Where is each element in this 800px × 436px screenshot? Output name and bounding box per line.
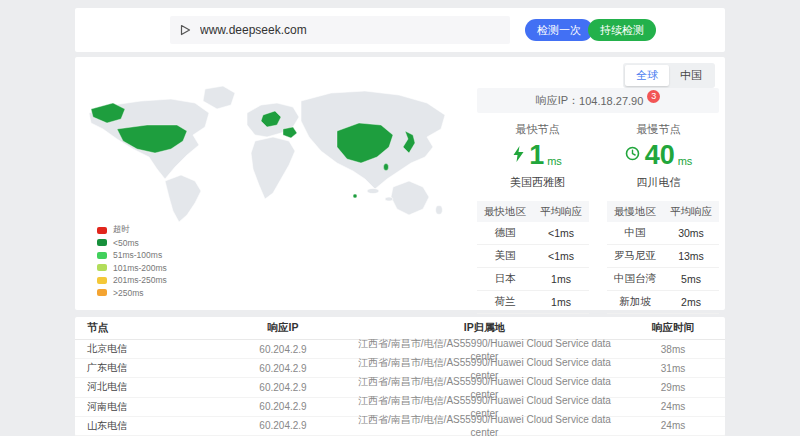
legend-swatch bbox=[97, 227, 107, 234]
legend-item: 超时 bbox=[97, 224, 167, 237]
legend-swatch bbox=[97, 264, 107, 271]
search-toolbar: 检测一次 持续检测 bbox=[75, 8, 725, 52]
response-ip-label: 响应IP： bbox=[536, 93, 579, 108]
legend-item: <50ms bbox=[97, 237, 167, 250]
map-singapore bbox=[353, 194, 357, 198]
fastest-regions-table: 最快地区 平均响应 德国 <1ms 美国 <1ms 日本 1ms 荷兰 1m bbox=[477, 201, 589, 314]
check-once-button[interactable]: 检测一次 bbox=[525, 19, 593, 41]
tab-china[interactable]: 中国 bbox=[669, 65, 713, 86]
clock-icon bbox=[625, 146, 640, 165]
play-triangle-icon bbox=[180, 24, 191, 36]
map-legend: 超时 <50ms 51ms-100ms 101ms-200ms 201ms-25… bbox=[97, 224, 167, 299]
map-taiwan bbox=[384, 164, 389, 171]
world-map bbox=[83, 83, 461, 225]
map-greenland bbox=[203, 86, 235, 109]
table-row: 德国 <1ms bbox=[477, 222, 589, 245]
table-row: 中国 30ms bbox=[607, 222, 719, 245]
slowest-value: 40 bbox=[645, 140, 675, 171]
slowest-location: 四川电信 bbox=[598, 175, 719, 190]
tab-global[interactable]: 全球 bbox=[625, 65, 669, 86]
table-row: 山东电信 60.204.2.9 江西省/南昌市/电信/AS55990/Huawe… bbox=[75, 417, 725, 436]
table-row: 荷兰 1ms bbox=[477, 291, 589, 314]
legend-swatch bbox=[97, 277, 107, 284]
table-row: 中国台湾 5ms bbox=[607, 268, 719, 291]
ip-count-badge[interactable]: 3 bbox=[647, 90, 660, 103]
table-row: 罗马尼亚 13ms bbox=[607, 245, 719, 268]
fastest-node-stat: 最快节点 1 ms 美国西雅图 bbox=[477, 122, 598, 190]
scope-tabs: 全球 中国 bbox=[623, 63, 715, 88]
map-romania bbox=[283, 127, 297, 138]
map-australia bbox=[391, 181, 429, 215]
lightning-icon bbox=[513, 146, 524, 166]
response-ip-value: 104.18.27.90 bbox=[579, 95, 643, 107]
fastest-location: 美国西雅图 bbox=[477, 175, 598, 190]
map-new-zealand bbox=[436, 206, 443, 215]
legend-swatch bbox=[97, 289, 107, 296]
node-stats: 最快节点 1 ms 美国西雅图 最慢节点 40 ms bbox=[477, 122, 719, 190]
slowest-regions-table: 最慢地区 平均响应 中国 30ms 罗马尼亚 13ms 中国台湾 5ms 新加坡 bbox=[607, 201, 719, 314]
world-map-svg bbox=[83, 83, 461, 225]
map-africa bbox=[251, 137, 295, 199]
stats-panel: 响应IP：104.18.27.903 最快节点 1 ms 美国西雅图 最慢节点 bbox=[477, 88, 719, 314]
slowest-node-stat: 最慢节点 40 ms 四川电信 bbox=[598, 122, 719, 190]
legend-item: >250ms bbox=[97, 287, 167, 300]
overview-card: 全球 中国 超时 bbox=[75, 57, 725, 310]
map-island-1 bbox=[367, 188, 379, 193]
url-input-box[interactable] bbox=[170, 16, 510, 44]
map-island-2 bbox=[385, 197, 393, 201]
continuous-check-button[interactable]: 持续检测 bbox=[588, 19, 656, 41]
legend-swatch bbox=[97, 239, 107, 246]
table-row: 日本 1ms bbox=[477, 268, 589, 291]
legend-swatch bbox=[97, 252, 107, 259]
legend-item: 51ms-100ms bbox=[97, 249, 167, 262]
legend-item: 101ms-200ms bbox=[97, 262, 167, 275]
map-south-america bbox=[165, 175, 201, 222]
legend-item: 201ms-250ms bbox=[97, 274, 167, 287]
url-input[interactable] bbox=[198, 22, 500, 38]
table-row: 美国 <1ms bbox=[477, 245, 589, 268]
response-ip-bar: 响应IP：104.18.27.903 bbox=[477, 88, 719, 113]
table-row: 新加坡 2ms bbox=[607, 291, 719, 314]
fastest-value: 1 bbox=[529, 140, 544, 171]
node-detail-table: 节点 响应IP IP归属地 响应时间 北京电信 60.204.2.9 江西省/南… bbox=[75, 317, 725, 436]
